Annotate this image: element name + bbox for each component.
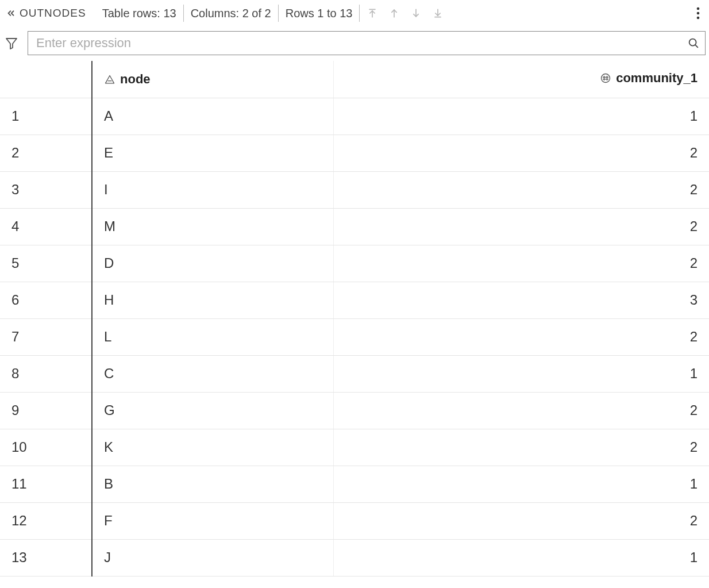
arrow-down-bar-icon xyxy=(432,7,444,20)
table-row[interactable]: 3I2 xyxy=(0,171,709,208)
separator xyxy=(278,5,279,22)
svg-marker-12 xyxy=(106,75,114,83)
cell-node[interactable]: I xyxy=(92,171,333,208)
column-header-community[interactable]: community_1 xyxy=(333,61,709,98)
cell-node[interactable]: E xyxy=(92,134,333,171)
chevrons-left-icon xyxy=(6,8,16,18)
table-row[interactable]: 5D2 xyxy=(0,245,709,282)
cell-community[interactable]: 2 xyxy=(333,171,709,208)
cell-community[interactable]: 2 xyxy=(333,208,709,245)
filter-input[interactable] xyxy=(28,31,706,55)
page-next-button[interactable] xyxy=(410,7,422,20)
svg-point-7 xyxy=(697,12,700,15)
svg-marker-9 xyxy=(6,39,17,49)
arrow-up-bar-icon xyxy=(367,7,378,20)
row-number-cell: 1 xyxy=(0,98,92,134)
columns-count: Columns: 2 of 2 xyxy=(191,7,271,20)
cell-node[interactable]: D xyxy=(92,245,333,282)
data-table: node community_1 1A12E23I24M25D26H37L28C… xyxy=(0,61,709,577)
filter-bar xyxy=(0,26,709,61)
number-type-icon xyxy=(600,72,611,84)
cell-community[interactable]: 1 xyxy=(333,98,709,134)
funnel-icon xyxy=(5,36,18,50)
cell-community[interactable]: 3 xyxy=(333,282,709,318)
row-number-cell: 13 xyxy=(0,539,92,576)
arrow-down-icon xyxy=(410,7,422,20)
row-number-cell: 2 xyxy=(0,134,92,171)
column-header-label: node xyxy=(120,72,151,86)
back-button[interactable] xyxy=(2,8,20,18)
cell-node[interactable]: J xyxy=(92,539,333,576)
table-row[interactable]: 2E2 xyxy=(0,134,709,171)
table-row[interactable]: 4M2 xyxy=(0,208,709,245)
table-row[interactable]: 9G2 xyxy=(0,392,709,429)
svg-point-8 xyxy=(697,17,700,20)
svg-point-14 xyxy=(602,74,610,83)
table-rows-count: Table rows: 13 xyxy=(102,7,176,20)
table-row[interactable]: 8C1 xyxy=(0,355,709,392)
column-header-label: community_1 xyxy=(616,71,698,86)
cell-community[interactable]: 2 xyxy=(333,502,709,539)
row-number-header xyxy=(0,61,92,98)
page-prev-button[interactable] xyxy=(388,7,400,20)
separator xyxy=(183,5,184,22)
cell-community[interactable]: 2 xyxy=(333,392,709,429)
table-header-row: node community_1 xyxy=(0,61,709,98)
arrow-up-icon xyxy=(388,7,400,20)
svg-line-11 xyxy=(695,45,698,47)
cell-node[interactable]: K xyxy=(92,429,333,466)
table-row[interactable]: 12F2 xyxy=(0,502,709,539)
kebab-icon xyxy=(696,7,700,20)
text-type-icon xyxy=(104,74,115,86)
page-last-button[interactable] xyxy=(432,7,444,20)
cell-community[interactable]: 2 xyxy=(333,134,709,171)
rows-range: Rows 1 to 13 xyxy=(286,7,353,20)
filter-button[interactable] xyxy=(3,36,20,50)
cell-node[interactable]: G xyxy=(92,392,333,429)
row-number-cell: 6 xyxy=(0,282,92,318)
row-number-cell: 5 xyxy=(0,245,92,282)
row-number-cell: 12 xyxy=(0,502,92,539)
row-number-cell: 8 xyxy=(0,355,92,392)
row-number-cell: 3 xyxy=(0,171,92,208)
row-number-cell: 9 xyxy=(0,392,92,429)
cell-node[interactable]: L xyxy=(92,318,333,355)
row-number-cell: 4 xyxy=(0,208,92,245)
cell-community[interactable]: 2 xyxy=(333,245,709,282)
row-number-cell: 10 xyxy=(0,429,92,466)
cell-node[interactable]: A xyxy=(92,98,333,134)
cell-community[interactable]: 1 xyxy=(333,466,709,502)
table-row[interactable]: 7L2 xyxy=(0,318,709,355)
svg-point-6 xyxy=(697,7,700,10)
cell-node[interactable]: H xyxy=(92,282,333,318)
cell-community[interactable]: 1 xyxy=(333,539,709,576)
table-row[interactable]: 6H3 xyxy=(0,282,709,318)
row-number-cell: 11 xyxy=(0,466,92,502)
separator xyxy=(359,5,360,22)
cell-community[interactable]: 1 xyxy=(333,355,709,392)
toolbar: OUTNODES Table rows: 13 Columns: 2 of 2 … xyxy=(0,0,709,26)
pager-controls xyxy=(367,7,444,20)
page-first-button[interactable] xyxy=(367,7,378,20)
cell-community[interactable]: 2 xyxy=(333,429,709,466)
column-header-node[interactable]: node xyxy=(92,61,333,98)
cell-node[interactable]: M xyxy=(92,208,333,245)
cell-node[interactable]: B xyxy=(92,466,333,502)
table-row[interactable]: 13J1 xyxy=(0,539,709,576)
filter-input-wrap xyxy=(28,31,706,55)
search-icon xyxy=(687,37,700,49)
cell-node[interactable]: C xyxy=(92,355,333,392)
cell-community[interactable]: 2 xyxy=(333,318,709,355)
more-menu-button[interactable] xyxy=(689,7,707,20)
search-button[interactable] xyxy=(687,37,700,49)
table-title: OUTNODES xyxy=(20,7,86,20)
cell-node[interactable]: F xyxy=(92,502,333,539)
table-row[interactable]: 1A1 xyxy=(0,98,709,134)
table-row[interactable]: 10K2 xyxy=(0,429,709,466)
row-number-cell: 7 xyxy=(0,318,92,355)
table-row[interactable]: 11B1 xyxy=(0,466,709,502)
